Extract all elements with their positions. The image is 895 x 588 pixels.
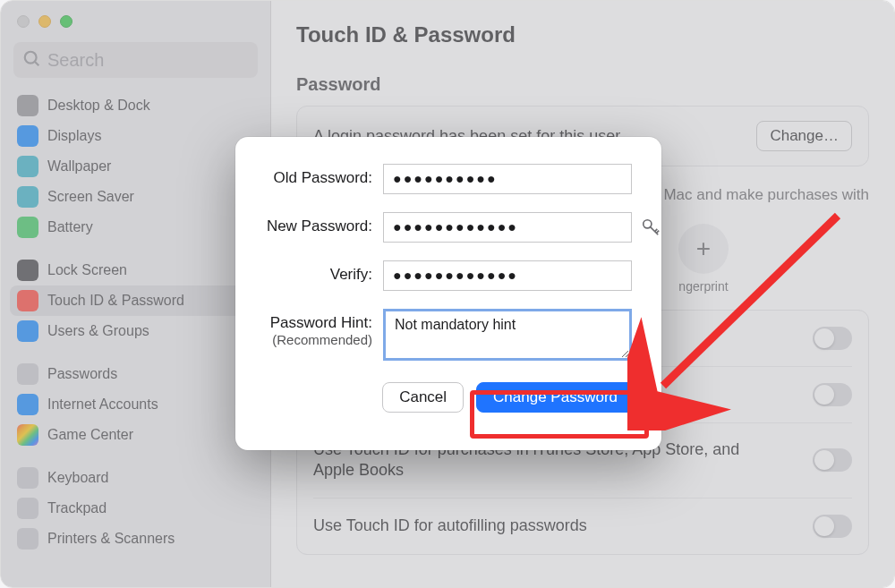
gamectr-icon bbox=[17, 424, 38, 446]
touchid-icon bbox=[17, 290, 38, 311]
minimize-window-button[interactable] bbox=[38, 15, 51, 28]
battery-icon bbox=[17, 217, 38, 238]
verify-password-input[interactable] bbox=[383, 260, 632, 291]
maximize-window-button[interactable] bbox=[60, 15, 72, 28]
svg-line-1 bbox=[35, 62, 39, 66]
toggle-row-4: Use Touch ID for autofilling passwords bbox=[313, 498, 852, 554]
sidebar-item-screen-saver[interactable]: Screen Saver bbox=[10, 182, 261, 212]
plus-icon: + bbox=[678, 224, 729, 274]
sidebar-item-printers-scanners[interactable]: Printers & Scanners bbox=[10, 524, 261, 554]
toggle-switch-1[interactable] bbox=[813, 327, 852, 350]
cancel-button[interactable]: Cancel bbox=[382, 382, 464, 413]
search-icon bbox=[22, 49, 42, 69]
key-icon[interactable] bbox=[641, 217, 661, 237]
add-fingerprint-label: ngerprint bbox=[678, 279, 728, 294]
sidebar-item-label: Passwords bbox=[47, 366, 117, 382]
sidebar-item-label: Game Center bbox=[47, 427, 133, 443]
sidebar-item-label: Battery bbox=[47, 219, 93, 235]
saver-icon bbox=[17, 186, 38, 208]
wallpaper-icon bbox=[17, 156, 38, 177]
sidebar-item-passwords[interactable]: Passwords bbox=[10, 359, 261, 389]
window-controls bbox=[1, 10, 270, 42]
toggle-switch-2[interactable] bbox=[813, 383, 852, 406]
sidebar-item-touch-id-password[interactable]: Touch ID & Password bbox=[10, 285, 261, 316]
desktop-icon bbox=[17, 95, 38, 116]
old-password-label: Old Password: bbox=[253, 164, 383, 187]
keyboard-icon bbox=[17, 467, 38, 489]
sidebar: Desktop & DockDisplaysWallpaperScreen Sa… bbox=[1, 1, 271, 587]
new-password-label: New Password: bbox=[253, 212, 383, 235]
verify-password-label: Verify: bbox=[253, 260, 383, 284]
sidebar-item-label: Printers & Scanners bbox=[47, 531, 175, 547]
sidebar-item-displays[interactable]: Displays bbox=[10, 121, 261, 151]
sidebar-item-label: Screen Saver bbox=[47, 189, 134, 205]
users-icon bbox=[17, 320, 38, 342]
svg-point-0 bbox=[25, 52, 37, 64]
sidebar-item-wallpaper[interactable]: Wallpaper bbox=[10, 151, 261, 182]
sidebar-item-label: Desktop & Dock bbox=[47, 98, 150, 114]
change-password-button[interactable]: Change… bbox=[756, 121, 852, 151]
search-container bbox=[1, 42, 270, 90]
password-hint-input[interactable]: Not mandatory hint bbox=[383, 309, 632, 361]
sidebar-item-desktop-dock[interactable]: Desktop & Dock bbox=[10, 90, 261, 121]
sidebar-item-label: Wallpaper bbox=[47, 158, 111, 175]
change-password-submit-button[interactable]: Change Password bbox=[476, 382, 635, 413]
password-hint-label: Password Hint: (Recommended) bbox=[253, 309, 383, 347]
toggle-switch-4[interactable] bbox=[813, 515, 852, 538]
sidebar-item-label: Displays bbox=[47, 128, 101, 144]
sidebar-list: Desktop & DockDisplaysWallpaperScreen Sa… bbox=[1, 90, 270, 567]
toggle-switch-3[interactable] bbox=[813, 448, 852, 472]
add-fingerprint[interactable]: + ngerprint bbox=[645, 224, 762, 294]
sidebar-item-label: Internet Accounts bbox=[47, 396, 158, 413]
sidebar-item-keyboard[interactable]: Keyboard bbox=[10, 463, 261, 493]
sidebar-item-label: Touch ID & Password bbox=[47, 293, 184, 309]
lock-icon bbox=[17, 260, 38, 281]
sidebar-item-users-groups[interactable]: Users & Groups bbox=[10, 316, 261, 346]
sidebar-item-battery[interactable]: Battery bbox=[10, 212, 261, 243]
sidebar-item-label: Lock Screen bbox=[47, 262, 127, 278]
close-window-button[interactable] bbox=[17, 15, 30, 28]
change-password-dialog: Old Password: New Password: Verify: Pass… bbox=[235, 137, 661, 450]
printers-icon bbox=[17, 528, 38, 550]
page-title: Touch ID & Password bbox=[296, 22, 869, 47]
sidebar-item-trackpad[interactable]: Trackpad bbox=[10, 493, 261, 524]
sidebar-item-internet-accounts[interactable]: Internet Accounts bbox=[10, 389, 261, 420]
new-password-input[interactable] bbox=[383, 212, 632, 243]
password-section-label: Password bbox=[296, 74, 869, 95]
displays-icon bbox=[17, 125, 38, 147]
internet-icon bbox=[17, 394, 38, 415]
passwords-icon bbox=[17, 363, 38, 385]
sidebar-item-game-center[interactable]: Game Center bbox=[10, 420, 261, 450]
trackpad-icon bbox=[17, 498, 38, 519]
sidebar-item-lock-screen[interactable]: Lock Screen bbox=[10, 255, 261, 285]
sidebar-item-label: Trackpad bbox=[47, 500, 107, 516]
password-hint-sublabel: (Recommended) bbox=[253, 332, 372, 347]
old-password-input[interactable] bbox=[383, 164, 632, 194]
search-input[interactable] bbox=[13, 42, 258, 78]
sidebar-item-label: Users & Groups bbox=[47, 323, 149, 339]
toggle-text-4: Use Touch ID for autofilling passwords bbox=[313, 516, 587, 536]
sidebar-item-label: Keyboard bbox=[47, 470, 109, 486]
